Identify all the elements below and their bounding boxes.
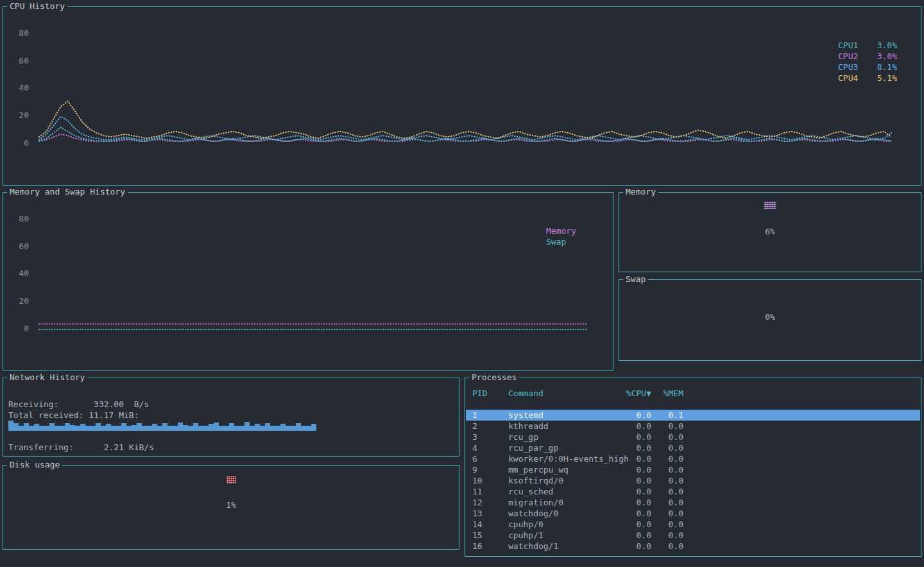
network-bar xyxy=(55,426,60,431)
y-tick-label: 0 xyxy=(24,139,29,148)
network-receiving-line: Receiving: 332.00 B/s xyxy=(8,399,149,410)
series-cpu3 xyxy=(39,116,891,139)
process-row[interactable]: 13watchdog/00.00.0 xyxy=(466,508,920,519)
network-bar xyxy=(39,426,44,431)
y-tick-label: 80 xyxy=(19,214,29,223)
process-command: rcu_gp xyxy=(508,432,619,442)
cpu-y-axis: 806040200 xyxy=(12,7,29,185)
network-bar xyxy=(111,426,116,431)
process-pid: 3 xyxy=(472,432,508,442)
process-cpu: 0.0 xyxy=(619,497,651,508)
network-bar xyxy=(250,426,255,431)
process-mem: 0.0 xyxy=(660,486,683,497)
legend-entry: CPU23.0% xyxy=(838,51,897,62)
network-bar xyxy=(44,426,49,431)
memory-percent: 6% xyxy=(619,227,921,236)
process-mem: 0.0 xyxy=(660,508,683,519)
network-bar xyxy=(60,426,65,431)
y-tick-label: 60 xyxy=(19,57,29,65)
network-bar xyxy=(301,426,306,431)
network-bar xyxy=(70,425,75,431)
network-bar xyxy=(96,423,101,431)
legend-label: CPU1 xyxy=(838,40,858,51)
disk-usage-panel: Disk usage 1% xyxy=(3,465,459,550)
network-bar xyxy=(209,424,214,431)
y-tick-label: 40 xyxy=(19,269,29,278)
process-cpu: 0.0 xyxy=(619,519,651,530)
swap-gauge: 0% xyxy=(619,280,921,322)
network-bar xyxy=(265,423,270,431)
process-mem: 0.0 xyxy=(660,475,683,486)
process-row[interactable]: 4rcu_par_gp0.00.0 xyxy=(466,442,920,453)
network-bar xyxy=(75,426,80,431)
process-row[interactable]: 14cpuhp/00.00.0 xyxy=(466,519,920,530)
memory-gauge: 6% xyxy=(619,193,921,236)
process-table-body: 1systemd0.00.12kthreadd0.00.03rcu_gp0.00… xyxy=(466,410,920,552)
process-row[interactable]: 9mm_percpu_wq0.00.0 xyxy=(466,464,920,475)
header-command[interactable]: Command xyxy=(508,388,619,399)
series-cpu1 xyxy=(39,127,891,141)
memswap-y-axis: 806040200 xyxy=(12,193,29,370)
process-mem: 0.0 xyxy=(660,541,683,552)
network-bar xyxy=(224,426,229,431)
cpu-history-panel: CPU History 806040200 CPU13.0%CPU23.0%CP… xyxy=(3,6,921,186)
y-tick-label: 80 xyxy=(19,29,29,38)
process-cpu: 0.0 xyxy=(619,421,651,432)
network-history-panel: Network History Receiving: 332.00 B/s To… xyxy=(3,378,459,457)
network-bar xyxy=(121,423,126,431)
network-bar xyxy=(49,423,55,431)
process-pid: 16 xyxy=(472,541,508,552)
series-cpu4 xyxy=(39,101,891,139)
process-pid: 10 xyxy=(472,475,508,486)
system-monitor-screen: CPU History 806040200 CPU13.0%CPU23.0%CP… xyxy=(0,0,924,567)
network-bar xyxy=(260,426,265,431)
network-bar xyxy=(101,426,106,431)
memory-usage-dots-icon xyxy=(764,202,776,209)
process-cpu: 0.0 xyxy=(619,410,651,421)
process-cpu: 0.0 xyxy=(619,508,651,519)
process-command: ksoftirqd/0 xyxy=(508,475,619,486)
process-pid: 9 xyxy=(472,464,508,475)
process-row[interactable]: 10ksoftirqd/00.00.0 xyxy=(466,475,920,486)
network-bar xyxy=(183,425,188,431)
process-mem: 0.0 xyxy=(660,464,683,475)
process-row[interactable]: 12migration/00.00.0 xyxy=(466,497,920,508)
process-row[interactable]: 16watchdog/10.00.0 xyxy=(466,541,920,552)
process-row[interactable]: 3rcu_gp0.00.0 xyxy=(466,432,920,442)
header-mem[interactable]: %MEM xyxy=(660,388,683,399)
cpu-legend: CPU13.0%CPU23.0%CPU38.1%CPU45.1% xyxy=(838,40,897,83)
process-command: cpuhp/1 xyxy=(508,530,619,541)
process-pid: 1 xyxy=(472,410,508,421)
network-bar xyxy=(80,424,85,431)
swap-percent: 0% xyxy=(619,312,921,322)
swap-panel: Swap 0% xyxy=(619,279,921,361)
header-cpu-sort[interactable]: %CPU▼ xyxy=(619,388,651,399)
network-bar xyxy=(8,421,13,431)
network-bar xyxy=(137,423,142,431)
process-row[interactable]: 15cpuhp/10.00.0 xyxy=(466,530,920,541)
process-command: cpuhp/0 xyxy=(508,519,619,530)
legend-label: CPU2 xyxy=(838,51,858,62)
process-row[interactable]: 11rcu_sched0.00.0 xyxy=(466,486,920,497)
process-cpu: 0.0 xyxy=(619,442,651,453)
network-bar xyxy=(90,426,96,431)
network-bar xyxy=(85,426,90,431)
y-tick-label: 20 xyxy=(19,111,29,120)
process-command: watchdog/0 xyxy=(508,508,619,519)
network-bar xyxy=(65,423,70,431)
process-row[interactable]: 2kthreadd0.00.0 xyxy=(466,421,920,432)
process-mem: 0.0 xyxy=(660,421,683,432)
process-row[interactable]: 6kworker/0:0H-events_high0.00.0 xyxy=(466,453,920,464)
legend-entry: CPU45.1% xyxy=(838,73,897,83)
disk-gauge: 1% xyxy=(3,466,459,510)
network-receive-bars-chart xyxy=(8,419,316,431)
y-tick-label: 20 xyxy=(19,297,29,306)
process-command: rcu_sched xyxy=(508,486,619,497)
process-cpu: 0.0 xyxy=(619,475,651,486)
process-mem: 0.0 xyxy=(660,453,683,464)
legend-entry: Swap xyxy=(546,236,590,247)
process-mem: 0.0 xyxy=(660,519,683,530)
process-row-selected[interactable]: 1systemd0.00.1 xyxy=(466,410,920,421)
network-bar xyxy=(188,426,193,431)
header-pid[interactable]: PID xyxy=(472,388,508,399)
